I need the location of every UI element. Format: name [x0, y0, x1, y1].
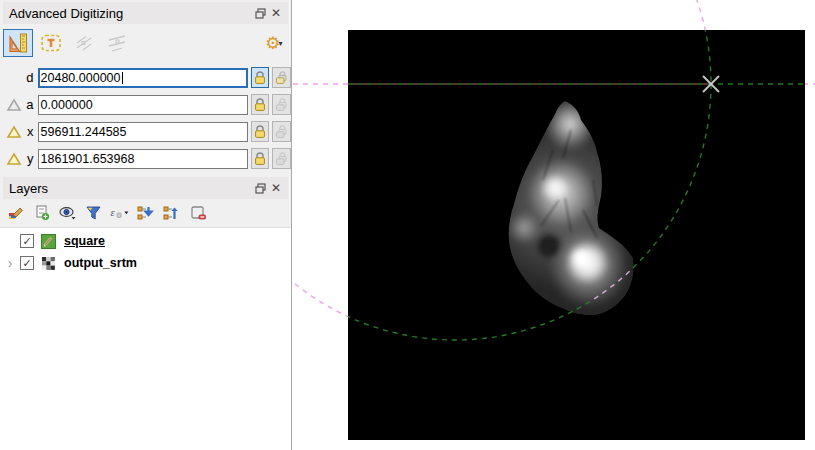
svg-text:ε: ε [111, 207, 116, 218]
construction-mode-icon [40, 32, 62, 54]
float-icon [255, 183, 266, 194]
repeat-lock-x-button[interactable] [272, 121, 291, 142]
repeat-lock-y-button[interactable] [272, 148, 291, 169]
text-caret [122, 72, 123, 84]
y-row: y 1861901.653968 [0, 145, 291, 172]
layers-list: ✓ square › [0, 227, 291, 450]
raster-layer-icon [41, 256, 56, 271]
angle-input[interactable]: 0.000000 [38, 95, 248, 115]
enable-advanced-digitizing-button[interactable] [3, 29, 33, 57]
angle-label: a [25, 97, 34, 112]
expand-all-button[interactable] [135, 203, 156, 223]
layers-panel: Layers ✕ [0, 177, 291, 450]
distance-row: d 20480.000000 [0, 64, 291, 91]
lock-y-button[interactable] [251, 148, 270, 169]
x-label: x [25, 124, 34, 139]
layers-titlebar: Layers ✕ [3, 177, 288, 199]
delta-icon [6, 125, 22, 139]
layer-name[interactable]: output_srtm [64, 256, 137, 270]
settings-button[interactable]: ⚙ ▾ [260, 30, 288, 56]
advanced-digitizing-fields: d 20480.000000 [0, 64, 291, 172]
open-layer-styling-button[interactable] [5, 203, 26, 223]
distance-input[interactable]: 20480.000000 [38, 68, 248, 88]
manage-map-themes-button[interactable] [57, 203, 78, 223]
repeating-lock-icon [274, 124, 289, 139]
delta-icon [6, 152, 22, 166]
perpendicular-button[interactable] [102, 29, 132, 57]
layer-checkbox[interactable]: ✓ [20, 234, 34, 248]
float-icon [255, 8, 266, 19]
layer-row-output-srtm[interactable]: › ✓ [0, 252, 291, 274]
map-canvas[interactable] [293, 0, 815, 450]
remove-layer-icon [189, 204, 207, 222]
collapse-all-button[interactable] [161, 203, 182, 223]
repeating-lock-icon [274, 151, 289, 166]
advanced-digitizing-toolbar: ⚙ ▾ [0, 24, 291, 60]
styling-brush-icon [7, 204, 25, 222]
map-overlay [293, 0, 815, 450]
layers-toolbar: ε [0, 199, 291, 227]
qgis-window: Advanced Digitizing ✕ [0, 0, 815, 450]
layer-row-square[interactable]: ✓ square [0, 230, 291, 252]
check-icon: ✓ [22, 236, 31, 246]
relative-y-toggle[interactable] [3, 149, 25, 169]
lock-distance-button[interactable] [251, 67, 270, 88]
float-panel-icon[interactable] [252, 181, 268, 196]
set-square-ruler-icon [7, 32, 29, 54]
float-panel-icon[interactable] [252, 6, 268, 21]
layer-checkbox[interactable]: ✓ [20, 256, 34, 270]
parallel-icon [73, 32, 95, 54]
angle-row: a 0.000000 [0, 91, 291, 118]
y-input[interactable]: 1861901.653968 [38, 149, 248, 169]
add-group-button[interactable] [31, 203, 52, 223]
x-input[interactable]: 596911.244585 [38, 122, 248, 142]
collapse-all-icon [162, 204, 181, 222]
chevron-down-icon: ▾ [279, 34, 283, 54]
remove-layer-button[interactable] [187, 203, 208, 223]
advanced-digitizing-panel: Advanced Digitizing ✕ [0, 2, 291, 172]
distance-label: d [25, 70, 34, 85]
check-icon: ✓ [22, 258, 31, 268]
add-group-icon [33, 204, 51, 222]
filter-legend-button[interactable] [83, 203, 104, 223]
parallel-button[interactable] [69, 29, 99, 57]
delta-icon [6, 98, 22, 112]
eye-icon [58, 204, 77, 222]
relative-angle-toggle[interactable] [3, 95, 25, 115]
x-row: x 596911.244585 [0, 118, 291, 145]
repeat-lock-distance-button[interactable] [272, 67, 291, 88]
repeating-lock-icon [274, 70, 289, 85]
lock-icon [253, 124, 267, 139]
vector-editing-swatch-icon [41, 234, 56, 249]
close-panel-icon[interactable]: ✕ [268, 6, 284, 21]
left-dock: Advanced Digitizing ✕ [0, 0, 292, 450]
lock-angle-button[interactable] [251, 94, 270, 115]
filter-by-expression-button[interactable]: ε [109, 203, 130, 223]
lock-icon [253, 97, 267, 112]
lock-icon [253, 151, 267, 166]
construction-mode-button[interactable] [36, 29, 66, 57]
advanced-digitizing-title: Advanced Digitizing [9, 6, 252, 21]
perpendicular-icon [106, 32, 128, 54]
relative-x-toggle[interactable] [3, 122, 25, 142]
expand-all-icon [136, 204, 155, 222]
repeating-lock-icon [274, 97, 289, 112]
expand-chevron-icon[interactable]: › [0, 253, 20, 273]
advanced-digitizing-titlebar: Advanced Digitizing ✕ [3, 2, 288, 24]
repeat-lock-angle-button[interactable] [272, 94, 291, 115]
close-panel-icon[interactable]: ✕ [268, 181, 284, 196]
layers-title: Layers [9, 181, 252, 196]
lock-icon [253, 70, 267, 85]
expression-epsilon-icon: ε [109, 204, 130, 222]
y-label: y [25, 151, 34, 166]
lock-x-button[interactable] [251, 121, 270, 142]
funnel-icon [85, 204, 102, 222]
layer-name[interactable]: square [64, 234, 105, 248]
